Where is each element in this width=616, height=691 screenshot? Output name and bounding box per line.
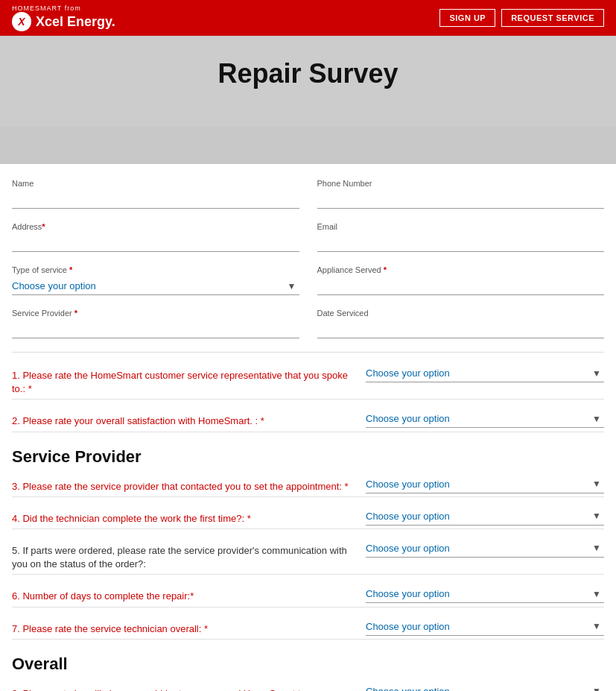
q7-select-wrapper: Choose your option ▼: [366, 618, 604, 636]
svg-text:X: X: [17, 16, 26, 28]
phone-input[interactable]: [317, 191, 605, 209]
q2-select-wrapper: Choose your option ▼: [366, 410, 604, 428]
logo-area: HOMESMART from X Xcel Energy.: [12, 4, 115, 31]
q4-select-wrapper: Choose your option ▼: [366, 508, 604, 526]
question-6-answer: Choose your option ▼: [366, 585, 604, 603]
q1-select[interactable]: Choose your option: [366, 365, 604, 382]
type-of-service-label: Type of service *: [12, 265, 299, 274]
name-field-col: Name: [12, 179, 299, 209]
hero-gray-bar: [0, 127, 616, 164]
question-3-answer: Choose your option ▼: [366, 476, 604, 493]
question-5-answer: Choose your option ▼: [366, 540, 604, 558]
appliance-served-col: Appliance Served *: [317, 265, 605, 295]
address-email-row: Address* Email: [12, 222, 604, 252]
signup-button[interactable]: SIGN UP: [439, 9, 495, 27]
address-field-col: Address*: [12, 222, 299, 252]
q6-select-wrapper: Choose your option ▼: [366, 585, 604, 603]
question-row-3: 3. Please rate the service provider that…: [12, 476, 604, 497]
question-3-text: 3. Please rate the service provider that…: [12, 476, 354, 493]
q8-select-wrapper: Choose your option ▼: [366, 683, 604, 691]
email-field-col: Email: [317, 222, 605, 252]
overall-section-heading: Overall: [12, 654, 604, 674]
service-provider-col: Service Provider *: [12, 309, 299, 338]
phone-label: Phone Number: [317, 179, 605, 188]
phone-field-col: Phone Number: [317, 179, 605, 209]
email-input[interactable]: [317, 234, 605, 252]
q5-select-wrapper: Choose your option ▼: [366, 540, 604, 558]
question-2-answer: Choose your option ▼: [366, 410, 604, 428]
question-row-8: 8. Please rate how likely you would be t…: [12, 683, 604, 691]
question-row-5: 5. If parts were ordered, please rate th…: [12, 540, 604, 575]
address-input[interactable]: [12, 234, 299, 252]
question-6-text: 6. Number of days to complete the repair…: [12, 585, 354, 603]
appliance-served-input[interactable]: [317, 277, 605, 295]
q5-select[interactable]: Choose your option: [366, 540, 604, 557]
header-buttons: SIGN UP REQUEST SERVICE: [439, 9, 604, 27]
q2-select[interactable]: Choose your option: [366, 410, 604, 427]
question-8-text: 8. Please rate how likely you would be t…: [12, 683, 354, 691]
q4-select[interactable]: Choose your option: [366, 508, 604, 525]
request-service-button[interactable]: REQUEST SERVICE: [501, 9, 604, 27]
name-label: Name: [12, 179, 299, 188]
type-of-service-select[interactable]: Choose your option: [12, 277, 299, 294]
question-4-answer: Choose your option ▼: [366, 508, 604, 526]
question-row-1: 1. Please rate the HomeSmart customer se…: [12, 365, 604, 400]
q3-select[interactable]: Choose your option: [366, 476, 604, 493]
question-1-answer: Choose your option ▼: [366, 365, 604, 382]
logo-text: Xcel Energy.: [36, 14, 115, 30]
type-of-service-col: Type of service * Choose your option ▼: [12, 265, 299, 295]
date-serviced-label: Date Serviced: [317, 309, 605, 318]
q3-select-wrapper: Choose your option ▼: [366, 476, 604, 493]
q8-select[interactable]: Choose your option: [366, 683, 604, 691]
service-provider-input[interactable]: [12, 321, 299, 338]
page-title: Repair Survey: [15, 58, 601, 89]
logo-top-text: HOMESMART from: [12, 4, 115, 12]
type-appliance-row: Type of service * Choose your option ▼ A…: [12, 265, 604, 295]
question-7-text: 7. Please rate the service technician ov…: [12, 618, 354, 636]
form-container: Name Phone Number Address* Email Type of…: [0, 164, 616, 691]
question-row-2: 2. Please rate your overall satisfaction…: [12, 410, 604, 432]
logo-brand: X Xcel Energy.: [12, 12, 115, 31]
question-row-4: 4. Did the technician complete the work …: [12, 508, 604, 529]
service-provider-label: Service Provider *: [12, 309, 299, 318]
question-5-text: 5. If parts were ordered, please rate th…: [12, 540, 354, 571]
provider-date-row: Service Provider * Date Serviced: [12, 309, 604, 338]
question-2-text: 2. Please rate your overall satisfaction…: [12, 410, 354, 428]
name-input[interactable]: [12, 191, 299, 209]
question-row-6: 6. Number of days to complete the repair…: [12, 585, 604, 607]
question-1-text: 1. Please rate the HomeSmart customer se…: [12, 365, 354, 396]
divider-1: [12, 352, 604, 353]
q7-select[interactable]: Choose your option: [366, 618, 604, 635]
appliance-served-label: Appliance Served *: [317, 265, 605, 274]
hero-section: Repair Survey: [0, 36, 616, 127]
question-8-answer: Choose your option ▼: [366, 683, 604, 691]
address-label: Address*: [12, 222, 299, 231]
q1-select-wrapper: Choose your option ▼: [366, 365, 604, 382]
question-7-answer: Choose your option ▼: [366, 618, 604, 636]
name-phone-row: Name Phone Number: [12, 179, 604, 209]
question-4-text: 4. Did the technician complete the work …: [12, 508, 354, 526]
date-serviced-col: Date Serviced: [317, 309, 605, 338]
xcel-logo-icon: X: [12, 12, 31, 31]
date-serviced-input[interactable]: [317, 321, 605, 338]
header: HOMESMART from X Xcel Energy. SIGN UP RE…: [0, 0, 616, 36]
type-of-service-select-wrapper: Choose your option ▼: [12, 277, 299, 295]
question-row-7: 7. Please rate the service technician ov…: [12, 618, 604, 640]
q6-select[interactable]: Choose your option: [366, 585, 604, 602]
email-label: Email: [317, 222, 605, 231]
service-provider-section-heading: Service Provider: [12, 447, 604, 467]
